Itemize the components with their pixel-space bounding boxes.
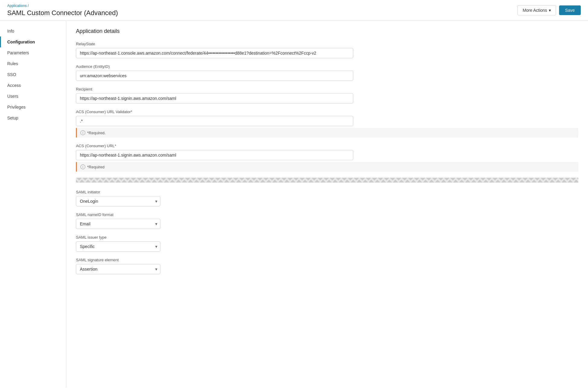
page-title: SAML Custom Connector (Advanced) [7,9,118,17]
saml-issuer-select-wrapper: Specific Generic ▾ [76,241,160,252]
saml-initiator-group: SAML initiator OneLogin Service Provider… [76,190,578,206]
sidebar-item-setup[interactable]: Setup [0,113,66,123]
sidebar: Info Configuration Parameters Rules SSO … [0,21,66,388]
saml-issuer-group: SAML issuer type Specific Generic ▾ [76,235,578,252]
more-actions-label: More Actions [523,8,547,13]
saml-initiator-select[interactable]: OneLogin Service Provider [76,196,160,206]
acs-validator-label: ACS (Consumer) URL Validator* [76,110,578,114]
saml-signature-select-wrapper: Assertion Response Both ▾ [76,264,160,274]
recipient-label: Recipient [76,87,578,91]
saml-signature-select[interactable]: Assertion Response Both [76,264,160,274]
saml-nameid-group: SAML nameID format Email Transient Persi… [76,212,578,229]
acs-url-input[interactable] [76,150,353,160]
audience-input[interactable] [76,71,353,81]
info-icon-acs-url: i [80,164,85,169]
section-divider [76,178,578,183]
section-title: Application details [76,28,578,34]
info-icon-acs-validator: i [80,130,85,135]
layout: Info Configuration Parameters Rules SSO … [0,21,588,388]
saml-issuer-select[interactable]: Specific Generic [76,241,160,252]
breadcrumb-link[interactable]: Applications / [7,4,29,8]
saml-nameid-select-wrapper: Email Transient Persistent ▾ [76,219,160,229]
acs-url-required-text: *Required [87,165,105,169]
recipient-group: Recipient [76,87,578,103]
relay-state-label: RelayState [76,42,578,46]
header-right: More Actions ▾ Save [517,5,581,15]
acs-url-label: ACS (Consumer) URL* [76,144,578,148]
acs-validator-group: ACS (Consumer) URL Validator* i *Require… [76,110,578,138]
saml-issuer-label: SAML issuer type [76,235,578,240]
saml-nameid-label: SAML nameID format [76,212,578,217]
more-actions-button[interactable]: More Actions ▾ [517,5,556,15]
relay-state-input[interactable] [76,48,353,58]
audience-label: Audience (EntityID) [76,64,578,69]
sidebar-item-rules[interactable]: Rules [0,58,66,69]
relay-state-group: RelayState [76,42,578,58]
sidebar-item-configuration[interactable]: Configuration [0,37,66,47]
saml-signature-label: SAML signature element [76,258,578,262]
save-button[interactable]: Save [559,5,581,15]
recipient-input[interactable] [76,93,353,103]
acs-validator-required-notice: i *Required. [76,128,578,138]
header-left: Applications / SAML Custom Connector (Ad… [7,4,118,17]
acs-url-required-notice: i *Required [76,162,578,172]
sidebar-item-parameters[interactable]: Parameters [0,47,66,58]
sidebar-item-users[interactable]: Users [0,91,66,102]
acs-url-group: ACS (Consumer) URL* i *Required [76,144,578,172]
sidebar-item-info[interactable]: Info [0,26,66,37]
saml-initiator-select-wrapper: OneLogin Service Provider ▾ [76,196,160,206]
sidebar-item-sso[interactable]: SSO [0,69,66,80]
main-content: Application details RelayState Audience … [66,21,588,388]
audience-group: Audience (EntityID) [76,64,578,81]
acs-validator-required-text: *Required. [87,131,105,135]
sidebar-item-privileges[interactable]: Privileges [0,102,66,113]
breadcrumb[interactable]: Applications / [7,4,118,8]
chevron-down-icon: ▾ [549,8,551,13]
sidebar-item-access[interactable]: Access [0,80,66,91]
header: Applications / SAML Custom Connector (Ad… [0,0,588,21]
acs-validator-input[interactable] [76,116,353,126]
saml-initiator-label: SAML initiator [76,190,578,194]
saml-signature-group: SAML signature element Assertion Respons… [76,258,578,274]
saml-nameid-select[interactable]: Email Transient Persistent [76,219,160,229]
